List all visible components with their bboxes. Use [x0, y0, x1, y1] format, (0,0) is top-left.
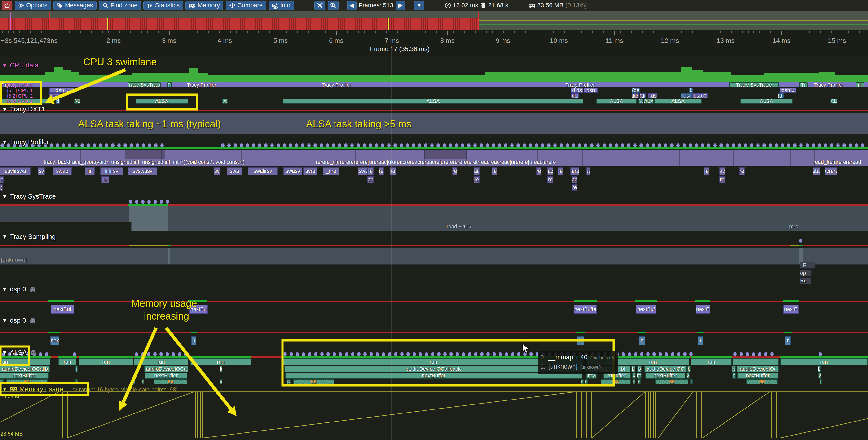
- message-dot[interactable]: [622, 352, 625, 356]
- message-dot[interactable]: [307, 143, 311, 147]
- message-dot[interactable]: [719, 143, 723, 147]
- message-dot[interactable]: [351, 352, 354, 356]
- message-dot[interactable]: [443, 352, 447, 356]
- message-dot[interactable]: [621, 143, 624, 147]
- message-dot[interactable]: [787, 143, 790, 147]
- message-dot[interactable]: [68, 143, 71, 147]
- zone[interactable]: op: [800, 270, 812, 276]
- memory-usage-header[interactable]: ▼ Memory usage: [2, 385, 63, 393]
- message-dot[interactable]: [764, 352, 768, 356]
- zone[interactable]: ne: [577, 336, 584, 345]
- zone[interactable]: ds: [689, 88, 693, 93]
- message-dot[interactable]: [39, 352, 42, 356]
- zone[interactable]: [819, 379, 822, 384]
- message-dot[interactable]: [165, 352, 169, 356]
- message-dot[interactable]: [443, 143, 446, 147]
- message-dot[interactable]: [141, 352, 144, 356]
- message-dot[interactable]: [154, 143, 158, 147]
- collapse-icon[interactable]: ▼: [2, 317, 7, 324]
- message-dot[interactable]: [424, 143, 428, 147]
- frame-overview-bar[interactable]: [0, 11, 868, 30]
- message-dot[interactable]: [449, 143, 452, 147]
- message-dot[interactable]: [148, 143, 151, 147]
- message-dot[interactable]: [707, 143, 710, 147]
- message-dot[interactable]: [172, 352, 175, 356]
- message-dot[interactable]: [740, 352, 743, 356]
- message-dot[interactable]: [400, 143, 403, 147]
- message-dot[interactable]: [357, 352, 361, 356]
- zone[interactable]: [168, 247, 170, 256]
- message-dot[interactable]: [670, 143, 674, 147]
- message-dot[interactable]: [130, 143, 133, 147]
- message-dot[interactable]: [436, 143, 440, 147]
- message-dot[interactable]: [270, 143, 274, 147]
- message-dot[interactable]: [775, 143, 778, 147]
- zone[interactable]: ds: [681, 93, 692, 98]
- zone[interactable]: re: [452, 167, 457, 175]
- message-dot[interactable]: [136, 143, 139, 147]
- message-dot[interactable]: [818, 352, 822, 356]
- message-dot[interactable]: [135, 200, 138, 204]
- message-dot[interactable]: [123, 143, 127, 147]
- zone[interactable]: [695, 300, 710, 302]
- zone[interactable]: re: [378, 167, 384, 175]
- zone[interactable]: ALA: [644, 99, 654, 104]
- zone[interactable]: s: [690, 379, 693, 384]
- message-dot[interactable]: [105, 143, 108, 147]
- zone[interactable]: rere: [570, 167, 579, 175]
- zone[interactable]: ALSA: [596, 99, 637, 104]
- zone[interactable]: re: [474, 176, 480, 183]
- zone[interactable]: [58, 356, 76, 358]
- time-ruler[interactable]: 2 ms3 ms4 ms5 ms6 ms7 ms8 ms9 ms10 ms11 …: [0, 30, 868, 56]
- collapse-icon[interactable]: ▼: [2, 233, 7, 240]
- thread-header-systrace[interactable]: ▼ Tracy SysTrace: [2, 193, 56, 200]
- zone[interactable]: 64: [6, 379, 48, 384]
- message-dot[interactable]: [499, 352, 502, 356]
- message-dot[interactable]: [746, 352, 749, 356]
- message-dot[interactable]: [541, 143, 545, 147]
- message-dot[interactable]: [283, 143, 286, 147]
- message-dot[interactable]: [160, 143, 164, 147]
- zone[interactable]: re: [739, 167, 745, 175]
- zone[interactable]: dds: [632, 93, 639, 98]
- zone[interactable]: [799, 247, 803, 256]
- message-dot[interactable]: [842, 143, 846, 147]
- zone[interactable]: [690, 356, 732, 358]
- message-dot[interactable]: [559, 143, 563, 147]
- message-dot[interactable]: [646, 143, 649, 147]
- systrace-zone-row2[interactable]: [0, 214, 868, 223]
- zone[interactable]: swap: [53, 167, 72, 175]
- message-dot[interactable]: [756, 143, 760, 147]
- message-dot[interactable]: [578, 143, 581, 147]
- cpu2-lane[interactable]: dsp(dspdds(d(dkdspdsdsp 0(d![5:2] CPU 2: [0, 93, 868, 98]
- message-dot[interactable]: [455, 143, 458, 147]
- message-dot[interactable]: [590, 143, 594, 147]
- zone[interactable]: nex: [51, 336, 59, 345]
- zone[interactable]: s: [0, 379, 4, 384]
- zone[interactable]: reba(: [813, 167, 820, 175]
- zone[interactable]: [134, 356, 189, 358]
- tools-button[interactable]: [314, 1, 325, 10]
- message-dot[interactable]: [799, 143, 803, 147]
- zone[interactable]: [168, 245, 171, 246]
- message-dot[interactable]: [308, 352, 311, 356]
- message-dot[interactable]: [381, 143, 384, 147]
- zone[interactable]: [783, 300, 799, 302]
- zone[interactable]: esvlirswa: [0, 167, 31, 175]
- zone[interactable]: ALSA: [283, 99, 583, 104]
- zone[interactable]: 64: [154, 379, 187, 384]
- zone[interactable]: [129, 206, 168, 214]
- message-dot[interactable]: [45, 352, 48, 356]
- message-dot[interactable]: [683, 143, 686, 147]
- zone[interactable]: [574, 300, 597, 302]
- message-dot[interactable]: [264, 143, 268, 147]
- alsa-leaf-row[interactable]: s64sss64vs59ss64ss66s66: [0, 379, 868, 384]
- sampling-zone-row1[interactable]: [0, 247, 868, 256]
- zone[interactable]: 66: [655, 379, 688, 384]
- zone[interactable]: b: [631, 366, 636, 372]
- message-dot[interactable]: [314, 352, 317, 356]
- zone[interactable]: [616, 356, 690, 358]
- zone[interactable]: [127, 147, 170, 149]
- prev-frame-button[interactable]: ◀: [347, 1, 356, 10]
- memory-button[interactable]: Memory: [185, 1, 223, 10]
